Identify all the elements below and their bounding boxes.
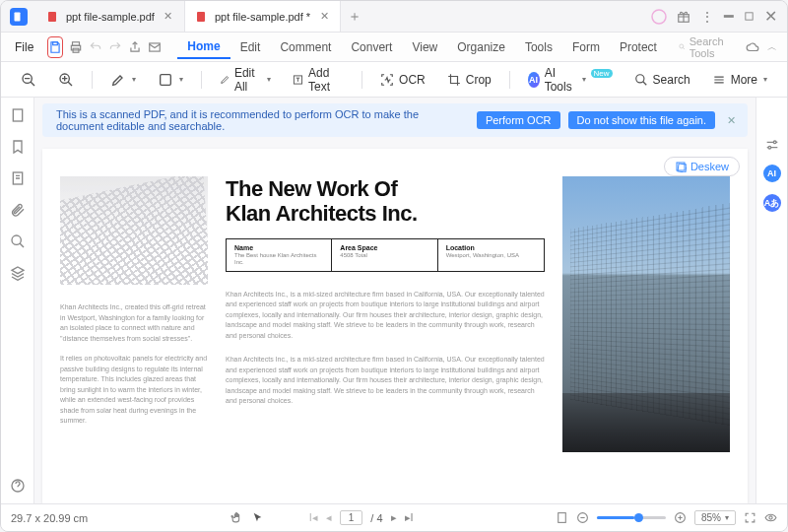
perform-ocr-button[interactable]: Perform OCR	[477, 111, 560, 129]
square-icon	[158, 72, 173, 88]
crop-button[interactable]: Crop	[441, 70, 497, 90]
file-menu[interactable]: File	[7, 40, 41, 54]
email-button[interactable]	[148, 36, 162, 58]
kebab-menu-icon[interactable]: ⋮	[700, 9, 714, 25]
search-button[interactable]: Search	[628, 70, 696, 90]
minimize-icon[interactable]: ━	[724, 7, 734, 26]
zoom-in-button[interactable]	[52, 69, 80, 91]
document-image-left	[60, 176, 208, 285]
zoom-in-status-icon[interactable]	[674, 511, 687, 524]
search-icon	[634, 73, 648, 87]
menu-protect[interactable]: Protect	[610, 36, 667, 58]
deskew-button[interactable]: Deskew	[664, 157, 740, 176]
document-title: The New Work Of Klan Architects Inc.	[226, 176, 545, 227]
reading-mode-icon[interactable]	[764, 511, 777, 524]
document-left-column: Khan Architects Inc., created this off-g…	[60, 302, 208, 436]
profile-icon[interactable]	[651, 9, 667, 25]
undo-button[interactable]	[89, 36, 102, 58]
ocr-banner: This is a scanned PDF, and it is recomme…	[42, 103, 748, 137]
svg-rect-26	[558, 513, 566, 523]
redo-button[interactable]	[108, 36, 122, 58]
zoom-out-status-icon[interactable]	[576, 511, 589, 524]
comments-panel-icon[interactable]	[10, 170, 26, 186]
gift-icon[interactable]	[677, 10, 690, 24]
bookmark-panel-icon[interactable]	[10, 139, 26, 155]
thumbnail-panel-icon[interactable]	[10, 107, 26, 123]
first-page-icon[interactable]: I◂	[309, 511, 318, 524]
highlighter-button[interactable]: ▾	[104, 69, 142, 91]
menu-view[interactable]: View	[402, 36, 447, 58]
print-button[interactable]	[69, 36, 83, 58]
page-total: / 4	[370, 512, 382, 524]
svg-point-17	[635, 74, 643, 82]
ai-sidebar-icon[interactable]: AI	[763, 165, 781, 182]
search-icon	[679, 41, 686, 52]
zoom-in-icon	[58, 72, 74, 88]
crop-icon	[447, 73, 461, 87]
page-dimensions: 29.7 x 20.99 cm	[11, 512, 88, 524]
attachments-panel-icon[interactable]	[10, 202, 26, 218]
help-icon[interactable]	[10, 478, 26, 494]
tab-label: ppt file-sample.pdf	[66, 11, 155, 23]
menu-comment[interactable]: Comment	[270, 36, 341, 58]
menu-tools[interactable]: Tools	[515, 36, 562, 58]
next-page-icon[interactable]: ▸	[391, 511, 397, 524]
svg-point-24	[773, 141, 776, 144]
menu-organize[interactable]: Organize	[447, 36, 515, 58]
zoom-slider[interactable]	[597, 516, 666, 519]
svg-point-25	[768, 146, 771, 149]
menu-home[interactable]: Home	[177, 35, 230, 59]
maximize-icon[interactable]	[744, 11, 755, 22]
prev-page-icon[interactable]: ◂	[326, 511, 332, 524]
close-tab-icon[interactable]: ✕	[163, 11, 174, 23]
svg-point-29	[769, 516, 772, 519]
save-button[interactable]	[47, 36, 63, 58]
zoom-out-icon	[21, 72, 36, 88]
translate-sidebar-icon[interactable]: Aあ	[763, 194, 781, 212]
ai-tools-button[interactable]: AIAI Tools▾New	[522, 63, 619, 97]
svg-rect-7	[53, 41, 58, 44]
last-page-icon[interactable]: ▸I	[405, 511, 414, 524]
svg-point-4	[652, 10, 666, 24]
svg-point-20	[12, 235, 21, 244]
fullscreen-icon[interactable]	[744, 511, 756, 524]
zoom-out-button[interactable]	[15, 69, 42, 91]
share-button[interactable]	[128, 36, 142, 58]
edit-all-button[interactable]: Edit All▾	[214, 63, 277, 97]
fit-page-icon[interactable]	[556, 511, 568, 524]
menu-edit[interactable]: Edit	[230, 36, 271, 58]
cloud-icon[interactable]	[746, 40, 759, 54]
properties-panel-icon[interactable]	[764, 137, 780, 153]
svg-rect-2	[48, 12, 56, 22]
menu-convert[interactable]: Convert	[341, 36, 402, 58]
document-image-right	[562, 176, 730, 452]
zoom-level[interactable]: 85%▾	[694, 510, 736, 525]
hand-tool-icon[interactable]	[230, 511, 243, 524]
more-button[interactable]: More▾	[706, 70, 773, 90]
layers-panel-icon[interactable]	[10, 265, 26, 281]
tab-2[interactable]: ppt file-sample.pdf * ✕	[185, 1, 341, 32]
page-number-input[interactable]: 1	[340, 510, 363, 525]
shape-button[interactable]: ▾	[152, 69, 189, 91]
menu-form[interactable]: Form	[562, 36, 610, 58]
dont-show-button[interactable]: Do not show this file again.	[568, 111, 715, 129]
close-tab-icon[interactable]: ✕	[318, 11, 330, 23]
tab-1[interactable]: ppt file-sample.pdf ✕	[36, 1, 185, 32]
add-text-button[interactable]: Add Text	[287, 63, 350, 97]
print-icon	[69, 40, 83, 54]
close-window-icon[interactable]: ✕	[764, 7, 777, 26]
svg-rect-3	[197, 12, 205, 22]
search-panel-icon[interactable]	[10, 233, 26, 249]
search-tools-input[interactable]: Search Tools	[673, 35, 734, 59]
ocr-icon	[380, 73, 394, 87]
left-sidebar	[1, 98, 34, 503]
svg-rect-15	[160, 74, 170, 85]
document-body-text: Khan Architects Inc., is a mid-sized arc…	[226, 290, 545, 407]
add-tab-button[interactable]: ＋	[341, 8, 368, 26]
pencil-icon	[220, 73, 230, 87]
pdf-file-icon	[46, 11, 58, 23]
select-tool-icon[interactable]	[251, 511, 264, 524]
collapse-ribbon-icon[interactable]: ︿	[767, 40, 777, 54]
close-banner-icon[interactable]: ✕	[723, 114, 740, 127]
ocr-button[interactable]: OCR	[374, 70, 431, 90]
